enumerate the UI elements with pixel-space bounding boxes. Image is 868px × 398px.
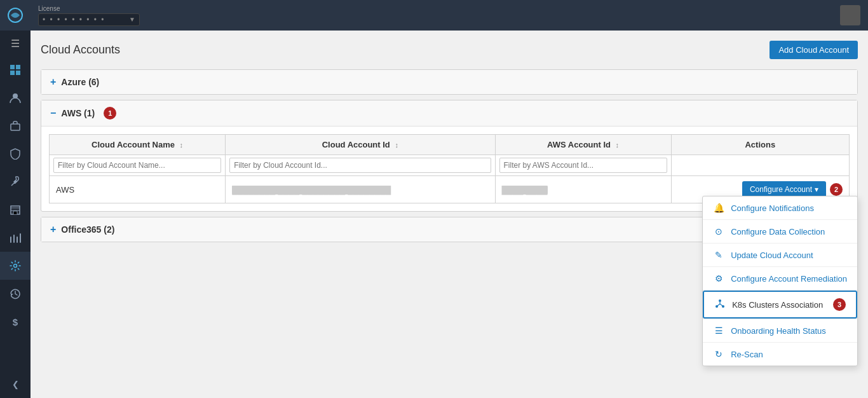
col-aws-account-id: AWS Account Id ↕ (495, 135, 671, 155)
sidebar-item-shield[interactable] (0, 140, 31, 168)
filter-cell-actions (671, 155, 849, 176)
azure-section-header[interactable]: + Azure (6) (41, 70, 857, 94)
sidebar-item-briefcase[interactable] (0, 112, 31, 140)
logo-icon[interactable] (0, 0, 31, 31)
gear-icon: ⊙ (713, 226, 724, 237)
table-header-row: Cloud Account Name ↕ Cloud Account Id ↕ … (50, 135, 850, 155)
cell-aws-account-id: ████-████ (495, 176, 671, 203)
dropdown-label-configure-data-collection: Configure Data Collection (731, 227, 825, 237)
col-cloud-account-name: Cloud Account Name ↕ (50, 135, 226, 155)
cluster-icon (714, 299, 726, 311)
dropdown-item-configure-data-collection[interactable]: ⊙ Configure Data Collection (703, 220, 857, 243)
azure-section-title: Azure (6) (61, 77, 99, 87)
sidebar-item-building[interactable] (0, 196, 31, 224)
dropdown-item-configure-notifications[interactable]: 🔔 Configure Notifications (703, 196, 857, 219)
aws-table: Cloud Account Name ↕ Cloud Account Id ↕ … (49, 134, 850, 203)
sort-icon-name[interactable]: ↕ (180, 141, 184, 149)
dropdown-label-configure-notifications: Configure Notifications (731, 203, 814, 213)
office365-expand-icon: + (50, 224, 56, 235)
dropdown-label-onboarding-health-status: Onboarding Health Status (731, 326, 826, 336)
filter-cell-aws-id (495, 155, 671, 176)
office365-section-title: Office365 (2) (61, 224, 114, 235)
content-area: Cloud Accounts Add Cloud Account + Azure… (31, 31, 868, 398)
sidebar-item-dashboard[interactable] (0, 56, 31, 84)
aws-section-title: AWS (1) (61, 108, 95, 118)
svg-point-4 (14, 264, 17, 268)
filter-aws-account-id[interactable] (499, 158, 667, 173)
dropdown-item-onboarding-health-status[interactable]: ☰ Onboarding Health Status (703, 319, 857, 342)
sidebar-item-settings[interactable] (0, 252, 31, 280)
sort-icon-id[interactable]: ↕ (395, 141, 398, 149)
topbar-right (840, 5, 860, 25)
sidebar-item-users[interactable] (0, 84, 31, 112)
k8s-badge: 3 (833, 298, 846, 311)
sidebar-item-history[interactable] (0, 280, 31, 308)
filter-cloud-account-name[interactable] (53, 158, 221, 173)
blurred-aws-account-id: ████-████ (502, 186, 548, 195)
topbar-left: License • • • • • • • • • ▼ (38, 5, 140, 26)
aws-collapse-icon: − (50, 107, 56, 119)
dropdown-label-update-cloud-account: Update Cloud Account (731, 250, 813, 260)
filter-cloud-account-id[interactable] (229, 158, 491, 173)
table-filter-row (50, 155, 850, 176)
svg-rect-2 (11, 124, 20, 130)
dropdown-item-k8s-clusters-association[interactable]: K8s Clusters Association 3 (703, 291, 857, 319)
hamburger-icon[interactable]: ☰ (0, 31, 31, 56)
main-area: License • • • • • • • • • ▼ Cloud Accoun… (31, 0, 868, 398)
cell-account-id: ████████-████-████████-████████ (226, 176, 495, 203)
filter-cell-name (50, 155, 226, 176)
page-title: Cloud Accounts (41, 43, 120, 57)
configure-button-label: Configure Account (750, 185, 812, 194)
col-actions: Actions (671, 135, 849, 155)
dropdown-label-re-scan: Re-Scan (731, 350, 763, 359)
license-select[interactable]: • • • • • • • • • ▼ (38, 13, 140, 26)
page-header: Cloud Accounts Add Cloud Account (41, 41, 858, 59)
avatar[interactable] (840, 5, 860, 25)
azure-section: + Azure (6) (41, 69, 858, 95)
configure-caret: ▾ (815, 185, 818, 194)
sidebar-item-chart[interactable] (0, 224, 31, 252)
configure-dropdown-menu: 🔔 Configure Notifications ⊙ Configure Da… (702, 196, 858, 366)
sidebar-bottom: ❮ (0, 370, 31, 398)
aws-badge: 1 (104, 107, 116, 120)
dropdown-item-configure-account-remediation[interactable]: ⚙ Configure Account Remediation (703, 267, 857, 290)
license-select-arrow: ▼ (129, 16, 135, 23)
dropdown-label-k8s-clusters-association: K8s Clusters Association (732, 300, 823, 310)
filter-cell-account-id (226, 155, 495, 176)
list-icon: ☰ (713, 326, 724, 336)
aws-section: − AWS (1) 1 Cloud Account Name ↕ Cloud A… (41, 100, 858, 212)
add-cloud-account-button[interactable]: Add Cloud Account (770, 41, 858, 59)
edit-icon: ✎ (713, 250, 724, 260)
dropdown-item-re-scan[interactable]: ↻ Re-Scan (703, 343, 857, 366)
configure-button-badge: 2 (830, 183, 843, 196)
wrench-icon: ⚙ (713, 273, 724, 284)
dropdown-label-configure-account-remediation: Configure Account Remediation (731, 274, 847, 284)
azure-expand-icon: + (50, 76, 56, 88)
license-select-value: • • • • • • • • • (43, 15, 126, 24)
topbar: License • • • • • • • • • ▼ (31, 0, 868, 31)
aws-section-header[interactable]: − AWS (1) 1 (41, 100, 857, 127)
collapse-sidebar-button[interactable]: ❮ (0, 370, 31, 398)
svg-point-5 (719, 299, 721, 302)
sidebar-item-tools[interactable] (0, 168, 31, 196)
sidebar-item-dollar[interactable]: $ (0, 308, 31, 336)
cell-account-name: AWS (50, 176, 226, 203)
dropdown-item-update-cloud-account[interactable]: ✎ Update Cloud Account (703, 244, 857, 266)
blurred-account-id: ████████-████-████████-████████ (232, 186, 391, 195)
license-label: License (38, 5, 140, 12)
sort-icon-aws-id[interactable]: ↕ (616, 141, 620, 149)
bell-icon: 🔔 (713, 203, 724, 213)
refresh-icon: ↻ (713, 349, 724, 359)
sidebar: ☰ $ ❮ (0, 0, 31, 398)
col-cloud-account-id: Cloud Account Id ↕ (226, 135, 495, 155)
